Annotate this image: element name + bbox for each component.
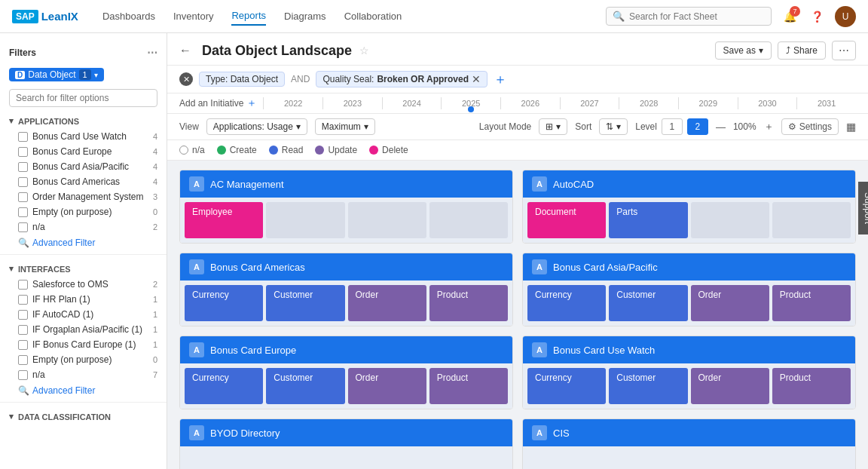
cell-order-use-watch[interactable]: Order	[691, 368, 769, 404]
back-button[interactable]: ←	[179, 44, 191, 57]
cell-document[interactable]: Document	[527, 202, 606, 238]
level-2-button[interactable]: 2	[687, 118, 708, 135]
checkbox-empty-apps[interactable]	[18, 207, 28, 217]
checkbox-if-autocad[interactable]	[18, 310, 28, 320]
view-select[interactable]: Applications: Usage ▾	[206, 118, 307, 135]
level-1-button[interactable]: 1	[662, 118, 683, 135]
checkbox-if-hr-plan[interactable]	[18, 295, 28, 305]
cell-customer-use-watch[interactable]: Customer	[609, 368, 687, 404]
checkbox-empty-interfaces[interactable]	[18, 355, 28, 365]
sidebar-item-bonus-card-use-watch[interactable]: Bonus Card Use Watch 4	[0, 129, 167, 144]
avatar[interactable]: U	[835, 6, 856, 27]
checkbox-order-management[interactable]	[18, 192, 28, 202]
sort-select[interactable]: ⇅ ▾	[599, 118, 628, 135]
max-select[interactable]: Maximum ▾	[315, 118, 375, 135]
nav-inventory[interactable]: Inventory	[173, 8, 213, 25]
cell-order-asia[interactable]: Order	[691, 285, 769, 321]
cell-product-asia[interactable]: Product	[772, 285, 851, 321]
checkbox-na-apps[interactable]	[18, 222, 28, 232]
advanced-filter-apps[interactable]: 🔍 Advanced Filter	[0, 234, 167, 251]
settings-button[interactable]: ⚙ Settings	[781, 118, 839, 135]
share-button[interactable]: ⤴ Share	[778, 41, 826, 60]
nav-dashboards[interactable]: Dashboards	[102, 8, 155, 25]
more-options-icon[interactable]: ⋯	[832, 41, 856, 60]
legend-create[interactable]: Create	[217, 145, 257, 155]
filter-chip-type[interactable]: Type: Data Object	[199, 72, 285, 87]
sidebar-item-if-autocad[interactable]: IF AutoCAD (1) 1	[0, 307, 167, 322]
cell-employee[interactable]: Employee	[185, 202, 263, 238]
card-header-bonus-asia[interactable]: A Bonus Card Asia/Pacific	[523, 253, 855, 280]
sidebar-item-na-apps[interactable]: n/a 2	[0, 219, 167, 234]
sidebar-item-if-bonus-card-europe[interactable]: IF Bonus Card Europe (1) 1	[0, 337, 167, 352]
filter-quality-remove[interactable]: ✕	[472, 73, 481, 85]
legend-update[interactable]: Update	[315, 145, 357, 155]
card-header-ac-management[interactable]: A AC Management	[180, 170, 512, 198]
card-header-autocad[interactable]: A AutoCAD	[523, 170, 855, 198]
cell-product-europe[interactable]: Product	[429, 368, 508, 404]
checkbox-salesforce[interactable]	[18, 280, 28, 290]
section-interfaces[interactable]: ▾ INTERFACES	[0, 258, 167, 277]
filter-chip-quality[interactable]: Quality Seal: Broken OR Approved ✕	[316, 71, 487, 87]
cell-product-use-watch[interactable]: Product	[772, 368, 851, 404]
section-data-classification[interactable]: ▾ DATA CLASSIFICATION	[0, 406, 167, 425]
legend-read[interactable]: Read	[269, 145, 304, 155]
notification-bell[interactable]: 🔔 7	[781, 8, 799, 26]
cell-product-americas[interactable]: Product	[429, 285, 508, 321]
grid-view-icon[interactable]: ▦	[846, 121, 856, 133]
checkbox-bonus-card-americas[interactable]	[18, 177, 28, 187]
logo[interactable]: SAP LeanIX	[12, 10, 78, 23]
legend-delete[interactable]: Delete	[369, 145, 408, 155]
advanced-filter-interfaces[interactable]: 🔍 Advanced Filter	[0, 382, 167, 399]
cell-order-americas[interactable]: Order	[348, 285, 426, 321]
sidebar-item-if-orgaplan[interactable]: IF Orgaplan Asia/Pacific (1) 1	[0, 322, 167, 337]
nav-reports[interactable]: Reports	[231, 7, 266, 26]
sidebar-item-salesforce[interactable]: Salesforce to OMS 2	[0, 277, 167, 292]
cell-customer-americas[interactable]: Customer	[266, 285, 344, 321]
card-header-bonus-americas[interactable]: A Bonus Card Americas	[180, 253, 512, 280]
help-icon[interactable]: ❓	[808, 8, 826, 26]
save-as-button[interactable]: Save as ▾	[715, 41, 772, 60]
sidebar-item-empty-apps[interactable]: Empty (on purpose) 0	[0, 204, 167, 219]
sidebar-item-na-interfaces[interactable]: n/a 7	[0, 367, 167, 382]
checkbox-bonus-card-europe[interactable]	[18, 147, 28, 157]
sidebar-item-bonus-card-asia[interactable]: Bonus Card Asia/Pacific 4	[0, 159, 167, 174]
cell-currency-asia[interactable]: Currency	[527, 285, 606, 321]
cell-currency-europe[interactable]: Currency	[185, 368, 263, 404]
cell-currency-americas[interactable]: Currency	[185, 285, 263, 321]
zoom-plus-icon[interactable]: ＋	[764, 120, 774, 133]
card-header-bonus-europe[interactable]: A Bonus Card Europe	[180, 336, 512, 363]
cell-customer-europe[interactable]: Customer	[266, 368, 344, 404]
filter-clear-button[interactable]: ✕	[179, 72, 193, 86]
checkbox-if-bonus-card-europe[interactable]	[18, 340, 28, 350]
favorite-icon[interactable]: ☆	[359, 44, 369, 57]
checkbox-na-interfaces[interactable]	[18, 370, 28, 380]
search-input[interactable]	[629, 11, 765, 22]
checkbox-if-orgaplan[interactable]	[18, 325, 28, 335]
zoom-minus-icon[interactable]: —	[716, 121, 726, 133]
filter-search-input[interactable]	[9, 89, 157, 107]
add-initiative-button[interactable]: Add an Initiative ＋	[179, 97, 257, 110]
filter-add-button[interactable]: ＋	[494, 70, 507, 88]
layout-mode-select[interactable]: ⊞ ▾	[539, 118, 567, 135]
cell-customer-asia[interactable]: Customer	[609, 285, 687, 321]
cell-currency-use-watch[interactable]: Currency	[527, 368, 606, 404]
section-applications[interactable]: ▾ APPLICATIONS	[0, 110, 167, 129]
nav-collaboration[interactable]: Collaboration	[344, 8, 402, 25]
sidebar-item-if-hr-plan[interactable]: IF HR Plan (1) 1	[0, 292, 167, 307]
sidebar-item-bonus-card-europe[interactable]: Bonus Card Europe 4	[0, 144, 167, 159]
nav-diagrams[interactable]: Diagrams	[284, 8, 326, 25]
filter-tag-data-object[interactable]: D Data Object 1 ▾	[9, 68, 104, 81]
filters-options-icon[interactable]: ⋯	[147, 47, 157, 59]
card-header-cis[interactable]: A CIS	[523, 419, 855, 446]
sidebar-item-bonus-card-americas[interactable]: Bonus Card Americas 4	[0, 174, 167, 189]
checkbox-bonus-card-use-watch[interactable]	[18, 132, 28, 142]
cell-parts[interactable]: Parts	[609, 202, 687, 238]
legend-na[interactable]: n/a	[179, 145, 205, 155]
card-header-byod[interactable]: A BYOD Directory	[180, 419, 512, 446]
support-tab[interactable]: Support	[858, 182, 868, 234]
search-box[interactable]: 🔍	[606, 7, 772, 26]
cell-order-europe[interactable]: Order	[348, 368, 426, 404]
card-header-bonus-use-watch[interactable]: A Bonus Card Use Watch	[523, 336, 855, 363]
sidebar-item-order-management[interactable]: Order Management System 3	[0, 189, 167, 204]
checkbox-bonus-card-asia[interactable]	[18, 162, 28, 172]
